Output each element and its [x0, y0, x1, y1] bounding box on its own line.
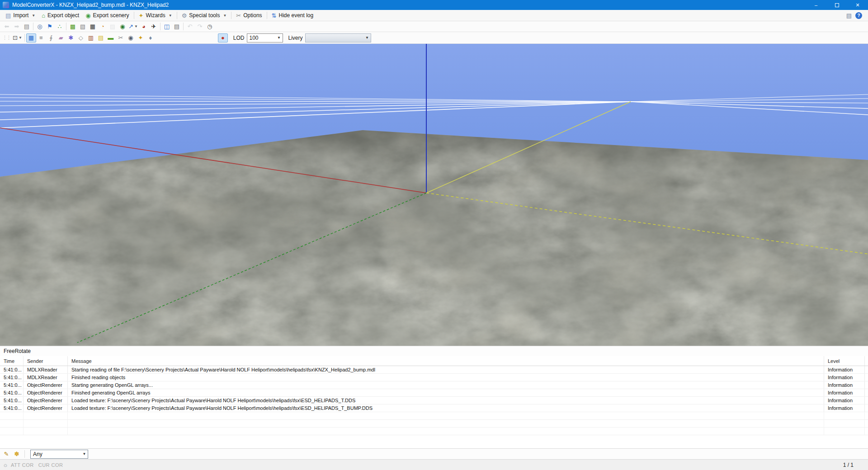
crop-tool-button[interactable]: ▰	[56, 33, 66, 42]
event-log-table: Time Sender Message Level 5:41:0...MDLXR…	[0, 356, 868, 448]
import-button[interactable]: ▤Import▼	[2, 11, 38, 20]
xml-viewer-icon: ◔	[101, 24, 104, 29]
column-header-message[interactable]: Message	[68, 356, 824, 366]
minimize-button[interactable]: –	[806, 0, 826, 10]
statistics-button[interactable]: ≡	[36, 33, 46, 42]
table-row[interactable]: 5:41:0...ObjectRendererLoaded texture: F…	[0, 404, 868, 412]
bounding-box-icon: ◇	[79, 35, 83, 41]
effects-button[interactable]: ✦	[136, 33, 146, 42]
preview-image-icon: ▨	[110, 24, 115, 29]
cell-level: Information	[824, 374, 865, 381]
menubar-right-icons: ▤ ?	[846, 12, 866, 19]
cell-spacer	[865, 397, 868, 404]
bounding-box-button[interactable]: ◇	[76, 33, 86, 42]
event-log-header: Time Sender Message Level	[0, 356, 868, 366]
place-object-button[interactable]: ⚑	[45, 22, 55, 31]
report-view-button[interactable]: ▤	[172, 22, 182, 31]
cell-time	[0, 412, 24, 419]
export-object-icon: ⌂	[42, 13, 45, 19]
attach-point-button[interactable]: ∮	[46, 33, 56, 42]
hide-event-log-button[interactable]: ⇅Hide event log	[269, 11, 317, 20]
view-mode-label: FreeRotate	[4, 348, 31, 354]
report-view-icon: ▤	[174, 24, 179, 29]
platform-icon: ▬	[108, 35, 113, 41]
cell-time	[0, 428, 24, 435]
animation-editor-button[interactable]: ▦	[88, 22, 98, 31]
viewport-3d[interactable]	[0, 44, 868, 346]
status-att-cor: ATT COR	[11, 462, 34, 468]
drawcall-viewer-button[interactable]: ▧	[78, 22, 88, 31]
table-row[interactable]: 5:41:0...MDLXReaderStarting reading of f…	[0, 366, 868, 374]
column-header-level[interactable]: Level	[824, 356, 865, 366]
options-icon: ✂	[236, 13, 241, 19]
chevron-down-icon: ▼	[169, 14, 172, 18]
earth-view-button[interactable]: ◉	[118, 22, 127, 31]
place-object-icon: ⚑	[47, 24, 52, 29]
level-filter-combobox[interactable]: Any ▼	[30, 450, 88, 459]
modelconverterx-window: ModelConverterX - KNZX_Helipad2_bump.mdl…	[0, 0, 868, 470]
bump-maps-button[interactable]: ●	[218, 33, 228, 42]
column-header-sender[interactable]: Sender	[24, 356, 68, 366]
cut-tool-button[interactable]: ✂	[116, 33, 126, 42]
column-header-time[interactable]: Time	[0, 356, 24, 366]
history-button[interactable]: ◷	[205, 22, 215, 31]
export-scenery-button[interactable]: ◉Export scenery	[82, 11, 132, 20]
toolbar-separator	[33, 23, 33, 30]
toolbar-grip[interactable]: ⋮⋮	[2, 35, 10, 41]
particles-button[interactable]: ✱	[66, 33, 76, 42]
help-icon[interactable]: ?	[855, 12, 862, 19]
special-tools-button[interactable]: ⚙Special tools▼	[179, 11, 230, 20]
clear-log-icon[interactable]: ✽	[13, 450, 21, 458]
hierarchy-button[interactable]: ∴	[55, 22, 65, 31]
inspect-button[interactable]: ◉	[126, 33, 136, 42]
table-row[interactable]: 5:41:0...ObjectRendererFinished generati…	[0, 389, 868, 397]
screenshot-button[interactable]: ◫	[162, 22, 172, 31]
ground-texture-button[interactable]: ▥	[86, 33, 96, 42]
material-editor-button[interactable]: ▩	[68, 22, 78, 31]
event-text-button[interactable]: ▤	[22, 22, 32, 31]
log-filter-bar: ✎ ✽ Any ▼	[0, 448, 868, 459]
export-quick-icon: ↗	[128, 24, 133, 29]
options-button[interactable]: ✂Options	[233, 11, 265, 20]
cell-sender	[24, 420, 68, 427]
annotation-button[interactable]: ▤	[96, 33, 106, 42]
table-row[interactable]: 5:41:0...MDLXReaderFinished reading obje…	[0, 374, 868, 381]
cell-spacer	[865, 366, 868, 373]
render-mode-button[interactable]: ⊡▼	[12, 33, 23, 42]
xml-viewer-button[interactable]: ◔	[98, 22, 108, 31]
material-editor-icon: ▩	[70, 24, 75, 29]
platform-button[interactable]: ▬	[106, 33, 116, 42]
table-row[interactable]: 5:41:0...ObjectRendererLoaded texture: F…	[0, 397, 868, 404]
cell-sender	[24, 412, 68, 419]
wizards-button[interactable]: ✦Wizards▼	[136, 11, 175, 20]
lod-combobox[interactable]: 100 ▼	[247, 33, 283, 42]
cell-spacer	[865, 381, 868, 389]
toolbar-separator	[160, 23, 160, 30]
lod-view-button[interactable]: ♦	[146, 33, 156, 42]
cell-time: 5:41:0...	[0, 381, 24, 389]
show-grid-button[interactable]: ▦	[26, 33, 36, 42]
launch-sim-button[interactable]: ✈	[149, 22, 159, 31]
options-label: Options	[243, 12, 262, 19]
wizards-icon: ✦	[139, 13, 144, 19]
material-spheres-icon: ◕	[142, 24, 146, 29]
export-object-button[interactable]: ⌂Export object	[38, 11, 82, 20]
maximize-button[interactable]	[826, 0, 847, 10]
find-object-button[interactable]: ◎	[35, 22, 45, 31]
attach-point-icon: ∮	[49, 35, 52, 41]
cell-spacer	[865, 412, 868, 419]
export-quick-button[interactable]: ↗▼	[127, 22, 139, 31]
level-filter-value: Any	[33, 451, 42, 457]
edit-log-icon[interactable]: ✎	[2, 450, 10, 458]
close-button[interactable]: ✕	[847, 0, 868, 10]
export-scenery-label: Export scenery	[93, 12, 129, 19]
cell-message	[68, 420, 824, 427]
table-row[interactable]: 5:41:0...ObjectRendererStarting generati…	[0, 381, 868, 389]
material-spheres-button[interactable]: ◕	[139, 22, 149, 31]
report-icon[interactable]: ▤	[846, 13, 852, 19]
cell-sender	[24, 428, 68, 435]
export-scenery-icon: ◉	[85, 13, 90, 19]
render-mode-icon: ⊡	[13, 35, 18, 41]
undo-icon: ↶	[187, 24, 192, 29]
show-grid-icon: ▦	[28, 35, 34, 41]
